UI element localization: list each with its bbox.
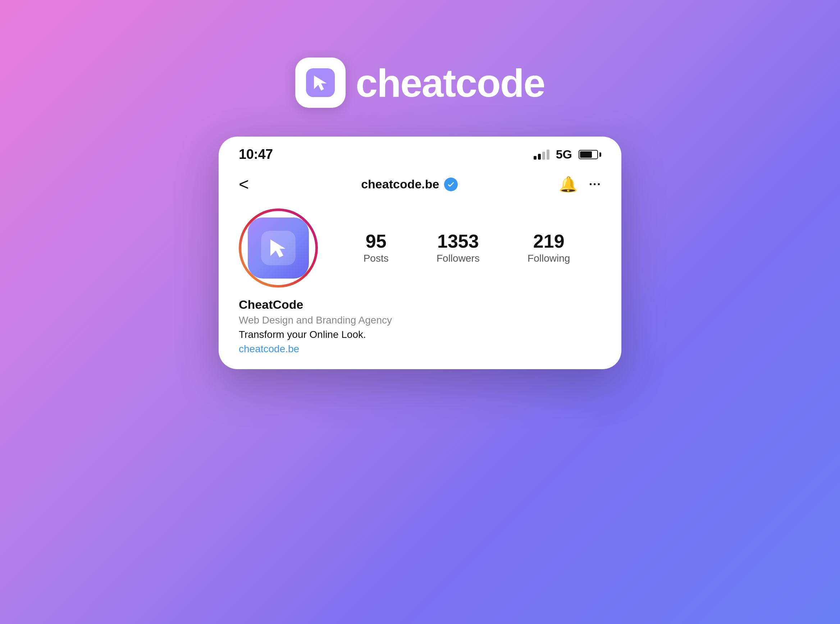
avatar-cursor-icon: [261, 231, 295, 265]
checkmark-icon: [447, 180, 455, 189]
following-count: 219: [533, 232, 565, 250]
avatar-wrapper: [239, 209, 318, 287]
brand-name: cheatcode: [356, 60, 545, 106]
signal-bar-3: [542, 152, 545, 160]
battery-fill: [580, 151, 592, 158]
stats-section: 95 Posts 1353 Followers 219 Following: [332, 232, 601, 264]
posts-count: 95: [366, 232, 387, 250]
bio-section: CheatCode Web Design and Branding Agency…: [219, 296, 621, 369]
status-indicators: 5G: [534, 147, 601, 161]
profile-username: cheatcode.be: [361, 177, 439, 191]
notification-bell-icon[interactable]: 🔔: [559, 175, 577, 193]
profile-section: 95 Posts 1353 Followers 219 Following: [219, 203, 621, 296]
more-options-button[interactable]: ···: [589, 177, 601, 191]
following-label: Following: [528, 253, 570, 264]
followers-stat[interactable]: 1353 Followers: [436, 232, 480, 264]
top-logo-area: cheatcode: [295, 57, 545, 108]
signal-bar-2: [538, 154, 541, 160]
brand-logo-icon: [295, 57, 346, 108]
nav-actions: 🔔 ···: [559, 175, 601, 193]
posts-stat[interactable]: 95 Posts: [364, 232, 389, 264]
signal-bar-4: [546, 150, 549, 160]
followers-count: 1353: [437, 232, 479, 250]
nav-bar: < cheatcode.be 🔔 ···: [219, 166, 621, 203]
signal-bar-1: [534, 156, 537, 160]
status-time: 10:47: [239, 147, 273, 162]
phone-mockup: 10:47 5G < cheatcode.be: [219, 137, 621, 369]
status-bar: 10:47 5G: [219, 137, 621, 166]
followers-label: Followers: [436, 253, 480, 264]
profile-category: Web Design and Branding Agency: [239, 315, 601, 326]
battery-icon: [579, 150, 601, 159]
avatar-inner: [241, 211, 316, 285]
following-stat[interactable]: 219 Following: [528, 232, 570, 264]
cursor-icon: [306, 68, 335, 97]
battery-tip: [599, 152, 601, 157]
profile-description: Transform your Online Look.: [239, 329, 601, 340]
posts-label: Posts: [364, 253, 389, 264]
profile-website-link[interactable]: cheatcode.be: [239, 343, 299, 354]
profile-name: CheatCode: [239, 298, 601, 312]
battery-body: [579, 150, 598, 159]
profile-avatar: [248, 218, 309, 279]
verified-badge-icon: [444, 178, 458, 191]
avatar-ring: [239, 209, 318, 287]
network-type: 5G: [556, 147, 572, 161]
signal-strength-icon: [534, 150, 549, 160]
back-button[interactable]: <: [239, 175, 260, 194]
profile-username-area: cheatcode.be: [361, 177, 458, 191]
